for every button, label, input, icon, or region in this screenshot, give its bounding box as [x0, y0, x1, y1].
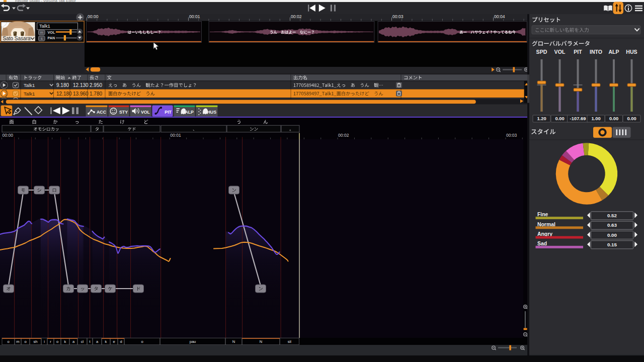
svg-text:1.20: 1.20 [537, 116, 546, 121]
svg-text:o: o [24, 339, 26, 344]
svg-text:1.00: 1.00 [591, 116, 600, 121]
svg-text:VOL: VOL [48, 30, 55, 35]
svg-text:0.00: 0.00 [607, 232, 617, 238]
svg-text:N: N [232, 339, 235, 344]
svg-text:ALP: ALP [608, 49, 619, 55]
svg-text:o: o [141, 339, 143, 344]
svg-text:ALP: ALP [185, 110, 194, 115]
svg-text:Talk1: Talk1 [39, 24, 50, 29]
svg-text:1.780: 1.780 [90, 91, 102, 97]
svg-text:Normal: Normal [537, 222, 555, 227]
svg-text:00:01: 00:01 [189, 14, 200, 19]
svg-text:HUS: HUS [207, 110, 216, 115]
svg-text:12.180: 12.180 [56, 91, 72, 97]
svg-text:0.00: 0.00 [627, 116, 636, 121]
svg-text:e: e [113, 339, 115, 344]
svg-text:Talk1: Talk1 [24, 82, 35, 88]
svg-text:VOL: VOL [141, 110, 150, 115]
svg-text:PIT: PIT [165, 110, 172, 115]
svg-text:00:00: 00:00 [3, 133, 14, 138]
svg-text:Sad: Sad [537, 241, 547, 246]
svg-text:m: m [40, 30, 43, 35]
svg-text:Sato Sasara: Sato Sasara [3, 36, 31, 41]
svg-text:0.00: 0.00 [609, 116, 618, 121]
svg-text:HUS: HUS [626, 49, 637, 55]
svg-text:-107.69: -107.69 [570, 116, 586, 121]
svg-text:cl: cl [81, 339, 84, 344]
svg-text:k: k [105, 339, 107, 344]
svg-text:VOL: VOL [554, 49, 566, 55]
svg-text:o: o [56, 339, 58, 344]
svg-text:o: o [7, 339, 9, 344]
svg-text:pau: pau [190, 339, 196, 344]
svg-text:Fine: Fine [537, 212, 548, 217]
svg-text:SPD: SPD [536, 49, 547, 55]
svg-text:13.960: 13.960 [73, 91, 89, 97]
svg-text:PAN: PAN [48, 36, 55, 40]
svg-text:12.130: 12.130 [73, 82, 89, 88]
svg-text:d: d [120, 339, 122, 344]
svg-text:sil: sil [288, 339, 291, 344]
svg-text:00:03: 00:03 [506, 133, 517, 138]
svg-text:9.180: 9.180 [56, 82, 69, 88]
svg-text:s: s [41, 36, 43, 41]
svg-text:0.00: 0.00 [555, 116, 564, 121]
svg-text:m: m [16, 339, 19, 344]
svg-text:00:00: 00:00 [88, 14, 99, 19]
svg-text:0.52: 0.52 [607, 213, 617, 218]
svg-text:00:01: 00:01 [170, 133, 181, 138]
svg-text:00:02: 00:02 [291, 14, 302, 19]
svg-text:00:04: 00:04 [494, 14, 505, 19]
svg-text:STY: STY [119, 110, 128, 115]
svg-text:Talk1: Talk1 [24, 91, 35, 97]
svg-text:N: N [260, 339, 262, 344]
svg-text:PIT: PIT [574, 49, 582, 55]
svg-text:0.63: 0.63 [607, 222, 617, 228]
svg-text:k: k [64, 339, 66, 344]
svg-text:00:02: 00:02 [338, 133, 349, 138]
svg-text:INTO: INTO [590, 49, 602, 55]
svg-text:sh: sh [33, 339, 37, 344]
svg-text:0.15: 0.15 [607, 242, 617, 247]
svg-text:2.950: 2.950 [90, 82, 102, 88]
svg-text:Angry: Angry [537, 231, 552, 237]
svg-text:ACC: ACC [97, 110, 107, 115]
svg-text:00:03: 00:03 [392, 14, 404, 19]
